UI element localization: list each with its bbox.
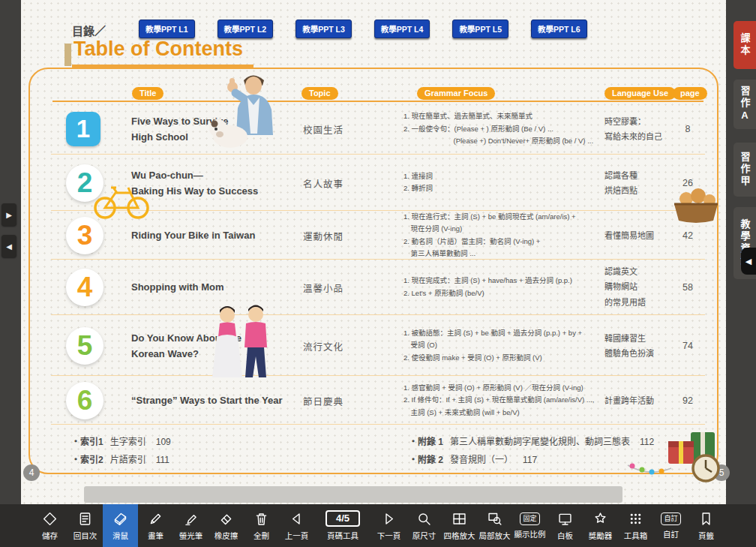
unit-3-page-number: 42 <box>670 230 705 241</box>
ppt-l3-button[interactable]: 教學PPT L3 <box>296 20 352 38</box>
delete-all-button[interactable]: 全刪 <box>244 504 279 547</box>
custom-icon: 自訂 <box>661 512 680 525</box>
pen-tool-button[interactable]: 畫筆 <box>138 504 173 547</box>
trash-icon <box>254 511 269 527</box>
ppt-button-row: 教學PPT L1 教學PPT L2 教學PPT L3 教學PPT L4 教學PP… <box>139 20 587 38</box>
left-panel-back-arrow[interactable]: ◀ <box>2 235 16 257</box>
unit-5-grammar-focus: 1. 被動語態：主詞 (S) + be 動詞 + 過去分詞 (p.p.) + b… <box>404 327 603 365</box>
back-to-contents-button[interactable]: 回目次 <box>68 504 103 547</box>
unit-4-number-badge: 4 <box>66 269 104 306</box>
eraser-icon <box>218 511 234 527</box>
title-accent-tab <box>64 44 71 66</box>
unit-5-page-number: 74 <box>670 341 705 351</box>
unit-2-grammar-focus: 1. 連接詞 2. 轉折詞 <box>404 170 603 195</box>
bicycle-illustration <box>92 174 152 221</box>
custom-button[interactable]: 自訂 自訂 <box>653 504 688 547</box>
page-tabs-button[interactable]: 頁籤 <box>688 504 724 547</box>
toc-row-unit-5[interactable]: 5 Do You Know About the Korean Wave? 流行文… <box>28 315 717 376</box>
unit-2-language-use: 認識各種 烘焙西點 <box>604 167 675 198</box>
highlighter-icon <box>183 511 199 527</box>
partial-zoom-button[interactable]: 局部放大 <box>477 504 512 547</box>
appendix-item: ・附錄 1第三人稱單數動詞字尾變化規則、動詞三態表112 <box>409 433 654 451</box>
reward-tool-button[interactable]: 獎勵器 <box>583 504 618 547</box>
toolbox-button[interactable]: 工具箱 <box>618 504 653 547</box>
unit-5-topic: 流行文化 <box>303 338 357 353</box>
unit-4-topic: 溫馨小品 <box>303 281 357 295</box>
magnifier-icon <box>416 511 432 527</box>
mouse-pointer-icon <box>112 511 128 527</box>
unit-6-title: “Strange” Ways to Start the Year <box>131 392 296 408</box>
unit-6-page-number: 92 <box>670 395 705 406</box>
whiteboard-icon <box>557 511 573 527</box>
column-header-title: Title <box>132 87 164 100</box>
unit-3-language-use: 看懂簡易地圖 <box>604 227 675 242</box>
page-title-zh: 目錄／ <box>72 23 106 38</box>
unit-6-topic: 節日慶典 <box>303 393 357 407</box>
unit-1-topic: 校園生活 <box>303 122 357 137</box>
unit-2-title: Wu Pao-chun— Baking His Way to Success <box>131 167 296 199</box>
page-number-display[interactable]: 4/5 <box>326 510 360 527</box>
column-header-topic: Topic <box>302 87 338 100</box>
highlighter-tool-button[interactable]: 螢光筆 <box>173 504 208 547</box>
pen-icon <box>148 511 164 527</box>
unit-4-page-number: 58 <box>670 282 705 293</box>
save-diamond-icon <box>42 511 58 527</box>
ppt-l1-button[interactable]: 教學PPT L1 <box>139 20 195 38</box>
ppt-l5-button[interactable]: 教學PPT L5 <box>452 20 508 38</box>
display-ratio-button[interactable]: 固定 顯示比例 <box>512 504 548 547</box>
ebook-reader-window: 教學PPT L1 教學PPT L2 教學PPT L3 教學PPT L4 教學PP… <box>0 0 756 547</box>
tab-workbook-a[interactable]: 習作A <box>734 80 756 129</box>
toc-row-unit-6[interactable]: 6 “Strange” Ways to Start the Year 節日慶典 … <box>28 376 717 425</box>
page-bottom-shadow-bar <box>84 486 622 503</box>
unit-3-title: Riding Your Bike in Taiwan <box>131 227 296 243</box>
unit-5-number-badge: 5 <box>66 327 104 365</box>
column-header-language-use: Language Use <box>604 87 676 100</box>
unit-5-language-use: 韓國練習生 體驗角色扮演 <box>604 330 675 361</box>
page-number-tool[interactable]: 4/5 頁碼工具 <box>314 504 371 547</box>
tab-workbook-jia[interactable]: 習作甲 <box>734 143 756 197</box>
next-page-button[interactable]: 下一頁 <box>371 504 406 547</box>
save-button[interactable]: 儲存 <box>32 504 68 547</box>
toolbox-grid-icon <box>628 511 644 527</box>
toc-row-unit-1[interactable]: 1 Five Ways to Survive High School 校園生活 … <box>28 104 717 155</box>
ppt-l4-button[interactable]: 教學PPT L4 <box>374 20 430 38</box>
unit-4-grammar-focus: 1. 現在完成式：主詞 (S) + have/has + 過去分詞 (p.p.)… <box>404 275 603 299</box>
column-header-grammar-focus: Grammar Focus <box>417 87 495 100</box>
column-header-page: page <box>673 87 707 100</box>
four-panel-zoom-button[interactable]: 四格放大 <box>442 504 477 547</box>
unit-6-language-use: 計畫跨年活動 <box>604 392 675 407</box>
ppt-l6-button[interactable]: 教學PPT L6 <box>531 20 587 38</box>
page-title: Table of Contents <box>72 38 254 68</box>
eraser-tool-button[interactable]: 橡皮擦 <box>208 504 244 547</box>
tab-textbook[interactable]: 課本 <box>734 21 756 69</box>
next-page-arrow-icon <box>381 511 397 527</box>
unit-6-grammar-focus: 1. 感官動詞 + 受詞 (O) + 原形動詞 (V) ／現在分詞 (V-ing… <box>404 382 603 419</box>
fixed-ratio-icon: 固定 <box>520 512 539 525</box>
index-reference-list: ・索引1生字索引109 ・索引2片語索引111 <box>71 433 171 469</box>
left-panel-forward-arrow[interactable]: ▶ <box>2 203 16 226</box>
gifts-and-clock-illustration <box>626 414 724 483</box>
page-number-left-badge: 4 <box>23 464 40 481</box>
whiteboard-button[interactable]: 白板 <box>548 504 583 547</box>
unit-4-title: Shopping with Mom <box>131 279 296 295</box>
ppt-l2-button[interactable]: 教學PPT L2 <box>218 20 274 38</box>
unit-1-page-number: 8 <box>670 124 705 134</box>
appendix-reference-list: ・附錄 1第三人稱單數動詞字尾變化規則、動詞三態表112 ・附錄 2發音規則（一… <box>409 433 654 469</box>
appendix-item: ・附錄 2發音規則（一）117 <box>409 451 654 469</box>
unit-3-topic: 運動休閒 <box>303 228 357 242</box>
unit-1-grammar-focus: 1. 現在簡單式、過去簡單式、未來簡單式 2. 一般使令句：(Please + … <box>404 110 603 148</box>
unit-4-language-use: 認識英文 購物網站 的常見用語 <box>604 264 675 310</box>
unit-3-number-badge: 3 <box>66 217 104 254</box>
student-photo-illustration <box>208 74 290 150</box>
zoom-region-icon <box>487 511 502 527</box>
toc-row-unit-4[interactable]: 4 Shopping with Mom 溫馨小品 1. 現在完成式：主詞 (S)… <box>28 260 717 315</box>
unit-2-topic: 名人故事 <box>303 176 357 190</box>
hanbok-couple-illustration <box>206 304 278 383</box>
index-item: ・索引1生字索引109 <box>71 433 171 451</box>
original-size-button[interactable]: 原尺寸 <box>406 504 442 547</box>
previous-page-button[interactable]: 上一頁 <box>279 504 314 547</box>
sidebar-collapse-arrow[interactable]: ◀ <box>741 248 756 275</box>
mouse-tool-button[interactable]: 滑鼠 <box>103 504 138 547</box>
header-divider-rule <box>52 101 704 102</box>
unit-6-number-badge: 6 <box>66 382 104 419</box>
